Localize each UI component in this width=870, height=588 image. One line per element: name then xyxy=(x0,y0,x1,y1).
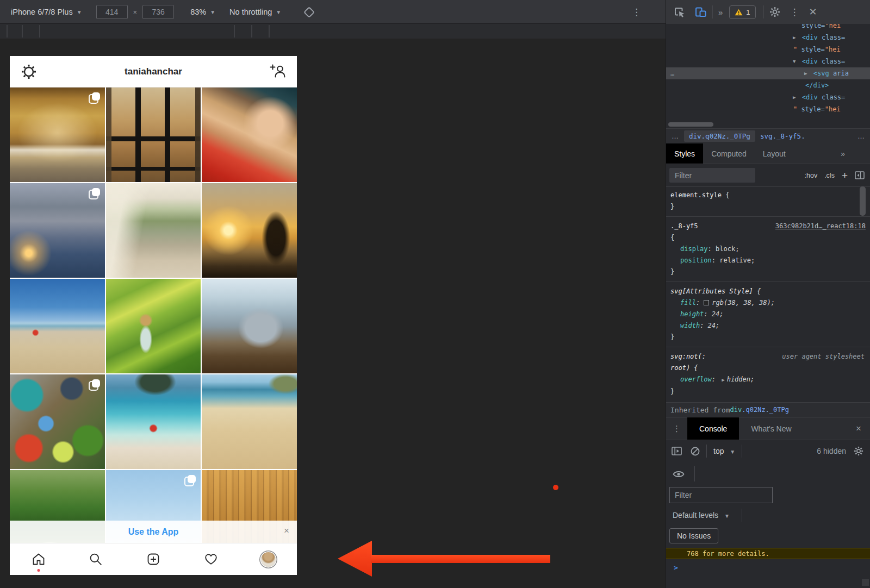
color-swatch[interactable] xyxy=(704,300,709,305)
discover-people-icon[interactable] xyxy=(270,64,287,79)
tab-styles[interactable]: Styles xyxy=(666,143,703,164)
drawer-menu-icon[interactable]: ⋮ xyxy=(666,417,687,440)
console-sidebar-icon[interactable] xyxy=(672,447,682,455)
viewport-height-input[interactable]: 736 xyxy=(142,5,174,19)
chevron-down-icon: ▼ xyxy=(730,449,735,455)
dom-tree-node[interactable]: ▼ <div class= xyxy=(666,55,870,67)
use-the-app-banner: Use the App × xyxy=(10,521,297,543)
photo-volcano-sunset-sky[interactable] xyxy=(10,183,105,278)
device-select[interactable]: iPhone 6/7/8 Plus ▼ xyxy=(11,8,82,16)
expand-value-icon[interactable]: ▶ xyxy=(722,377,724,383)
new-style-rule-icon[interactable]: + xyxy=(842,170,848,182)
css-property[interactable]: width: 24; xyxy=(666,320,870,331)
photo-rice-terraces[interactable] xyxy=(106,279,201,373)
style-rule-selector[interactable]: element.style { xyxy=(666,190,870,201)
chevron-down-icon: ▼ xyxy=(724,513,730,519)
media-query-bar xyxy=(0,24,666,39)
breadcrumb-svg[interactable]: svg._8-yf5. xyxy=(755,130,810,142)
throttling-select[interactable]: No throttling ▼ xyxy=(229,8,281,16)
styles-sidebar-tabs: Styles Computed Layout » xyxy=(666,143,870,164)
console-prompt[interactable]: > xyxy=(666,559,870,572)
rotate-viewport-icon[interactable] xyxy=(303,6,315,17)
tab-layout[interactable]: Layout xyxy=(755,143,794,164)
dimension-times-label: × xyxy=(133,8,138,16)
toggle-class-button[interactable]: .cls xyxy=(824,172,835,179)
use-the-app-link[interactable]: Use the App xyxy=(128,527,179,537)
console-context-select[interactable]: top ▼ xyxy=(713,447,735,455)
tab-console[interactable]: Console xyxy=(687,417,739,440)
vertical-scrollbar[interactable] xyxy=(860,186,866,216)
warning-count: 1 xyxy=(746,8,750,16)
devtools-more-icon[interactable]: ⋮ xyxy=(790,7,799,18)
photo-beach-girl-red-top[interactable] xyxy=(106,374,201,469)
photo-vegetable-market[interactable] xyxy=(10,374,105,469)
carousel-icon xyxy=(89,92,100,104)
zoom-select-label: 83% xyxy=(190,8,206,16)
dom-tree-node[interactable]: " style="hei xyxy=(666,43,870,55)
inspect-element-icon[interactable] xyxy=(674,7,685,18)
viewport-width-input[interactable]: 414 xyxy=(96,5,128,19)
photo-vatican-gallery[interactable] xyxy=(10,87,105,182)
dom-tree-node[interactable]: …▶ <svg aria xyxy=(666,67,870,79)
chevron-down-icon: ▼ xyxy=(210,9,215,15)
tab-whats-new[interactable]: What's New xyxy=(739,417,803,440)
dom-tree-node[interactable]: ▶ <div class= xyxy=(666,91,870,103)
photo-coffee-on-terrace[interactable] xyxy=(202,279,297,373)
console-filter-input[interactable]: Filter xyxy=(669,487,773,503)
issues-warning-badge[interactable]: 1 xyxy=(729,5,755,19)
css-property[interactable]: position: relative; xyxy=(666,255,870,266)
device-toolbar-more-icon[interactable]: ⋮ xyxy=(632,0,641,24)
log-levels-select[interactable]: Default levels ▼ xyxy=(673,511,730,520)
dom-tree-node[interactable]: style="hei xyxy=(666,24,870,32)
style-rule-selector[interactable]: svg[Attributes Style] { xyxy=(666,286,870,297)
scrollbar-corner xyxy=(862,579,869,586)
devtools-panel: style="hei▶ <div class=" style="hei▼ <di… xyxy=(666,24,870,588)
breadcrumb-overflow[interactable]: … xyxy=(666,132,684,140)
style-rule-selector[interactable]: user agent stylesheetsvg:not(: xyxy=(666,351,870,362)
clear-console-icon[interactable] xyxy=(691,447,700,456)
styles-filter-input[interactable]: Filter xyxy=(669,168,755,183)
more-tabs-icon[interactable]: » xyxy=(718,8,722,17)
photo-sunset-silhouette[interactable] xyxy=(202,183,297,278)
dom-tree-node[interactable]: " style="hei xyxy=(666,103,870,115)
toggle-hover-state-button[interactable]: :hov xyxy=(805,172,818,179)
profile-username: taniahanchar xyxy=(10,56,297,87)
dom-tree-node[interactable]: ▶ <div class= xyxy=(666,32,870,43)
css-property[interactable]: fill: rgb(38, 38, 38); xyxy=(666,297,870,309)
nav-home[interactable] xyxy=(10,543,67,575)
photo-selfie-red-sweater[interactable] xyxy=(202,87,297,182)
close-drawer-icon[interactable]: × xyxy=(856,417,870,440)
stylesheet-source-link[interactable]: 363c982b21d…_react18:18 xyxy=(775,221,866,232)
breadcrumb-overflow[interactable]: … xyxy=(852,132,870,140)
more-tabs-icon[interactable]: » xyxy=(841,143,870,164)
live-expression-eye-icon[interactable] xyxy=(673,470,685,478)
horizontal-scrollbar[interactable] xyxy=(668,122,713,127)
css-property[interactable]: height: 24; xyxy=(666,309,870,320)
zoom-select[interactable]: 83% ▼ xyxy=(190,8,215,16)
close-icon[interactable]: × xyxy=(284,526,289,536)
no-issues-button[interactable]: No Issues xyxy=(669,528,718,543)
annotation-red-dot xyxy=(553,485,558,490)
css-property[interactable]: display: block; xyxy=(666,243,870,255)
node-overflow-icon[interactable]: … xyxy=(670,67,674,79)
style-rule-selector[interactable]: 363c982b21d…_react18:18._8-yf5 xyxy=(666,221,870,232)
nav-new-post[interactable] xyxy=(125,543,182,575)
close-devtools-icon[interactable]: ✕ xyxy=(809,6,817,18)
inherited-from-header[interactable]: Inherited from div.q02Nz._0TPg xyxy=(666,402,870,417)
tab-computed[interactable]: Computed xyxy=(703,143,755,164)
warning-link[interactable]: 768 xyxy=(687,550,699,558)
nav-activity[interactable] xyxy=(182,543,240,575)
photo-beach-red-swimsuit[interactable] xyxy=(10,279,105,373)
toggle-sidebar-icon[interactable] xyxy=(855,171,865,179)
photo-colosseum-window[interactable] xyxy=(106,87,201,182)
nav-profile[interactable] xyxy=(239,543,297,575)
css-property[interactable]: overflow: ▶hidden; xyxy=(666,374,870,386)
photo-cafe-terrace[interactable] xyxy=(106,183,201,278)
photo-beach-people[interactable] xyxy=(202,374,297,469)
dom-tree-node[interactable]: </div> xyxy=(666,79,870,91)
toggle-device-toolbar-icon[interactable] xyxy=(695,6,707,18)
settings-gear-icon[interactable] xyxy=(769,7,780,17)
console-settings-gear-icon[interactable] xyxy=(854,446,863,456)
nav-search[interactable] xyxy=(67,543,125,575)
breadcrumb-div[interactable]: div.q02Nz._0TPg xyxy=(684,130,755,142)
